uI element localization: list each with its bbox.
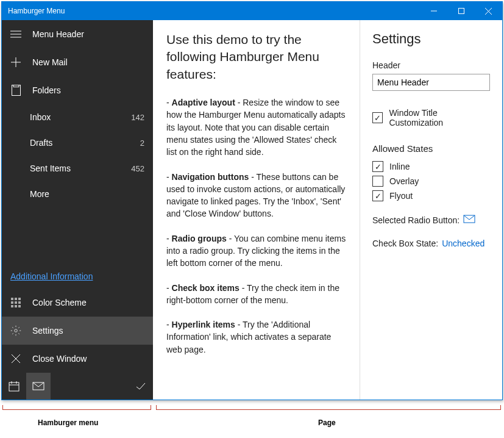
folder-more[interactable]: More (2, 181, 153, 207)
allowed-states-label: Allowed States (372, 143, 490, 154)
selected-radio-label: Selected Radio Button: (372, 215, 460, 225)
state-flyout[interactable]: ✓ Flyout (372, 190, 490, 201)
feature-hyperlink: - Hyperlink items - Try the 'Additional … (166, 318, 346, 356)
item-label: Close Window (32, 354, 144, 364)
window-title-custom-row[interactable]: ✓ Window Title Customization (372, 108, 490, 127)
check-icon (135, 382, 146, 390)
folder-count: 2 (140, 138, 144, 148)
new-mail-item[interactable]: New Mail (2, 48, 153, 76)
svg-rect-18 (15, 305, 17, 307)
diagram-label-right: Page (318, 418, 336, 427)
plus-icon (10, 57, 21, 67)
feature-radio: - Radio groups - You can combine menu it… (166, 232, 346, 270)
settings-item[interactable]: Settings (2, 317, 153, 345)
folder-drafts[interactable]: Drafts 2 (2, 130, 153, 156)
checkbox-icon: ✓ (372, 190, 383, 201)
svg-rect-16 (18, 301, 21, 304)
checkbox-label: Window Title Customization (389, 108, 490, 127)
radio-bar (2, 373, 153, 400)
folder-label: More (30, 189, 144, 199)
header-label: Header (372, 60, 490, 70)
svg-rect-23 (9, 382, 19, 391)
svg-point-20 (15, 329, 18, 332)
selected-radio-row: Selected Radio Button: (372, 215, 490, 225)
page-heading: Use this demo to try the following Hambu… (166, 31, 346, 83)
settings-panel: Settings Header ✓ Window Title Customiza… (360, 20, 502, 400)
additional-info-link[interactable]: Additional Information (2, 264, 153, 289)
menu-header-label: Menu Header (32, 29, 144, 39)
folders-label: Folders (32, 85, 144, 95)
svg-rect-14 (11, 301, 13, 304)
color-scheme-item[interactable]: Color Scheme (2, 289, 153, 317)
svg-rect-10 (13, 85, 19, 87)
item-label: Settings (32, 326, 144, 336)
gear-icon (10, 325, 21, 336)
feature-check: - Check box items - Try the check item i… (166, 282, 346, 307)
hamburger-icon (10, 30, 21, 38)
folder-inbox[interactable]: Inbox 142 (2, 104, 153, 130)
svg-rect-11 (11, 298, 13, 300)
minimize-button[interactable] (420, 2, 447, 20)
folders-item[interactable]: Folders (2, 76, 153, 104)
close-icon (10, 354, 21, 363)
mail-icon (463, 215, 475, 225)
checkbox-icon: ✓ (372, 161, 383, 172)
mail-icon (32, 382, 44, 390)
app-window: Hamburger Menu Menu Header New Mail (1, 1, 503, 400)
page-content: Use this demo to try the following Hambu… (153, 20, 360, 400)
svg-rect-1 (458, 9, 464, 14)
hamburger-menu: Menu Header New Mail Folders Inbox 142 D… (2, 20, 153, 400)
settings-title: Settings (372, 31, 490, 47)
state-overlay[interactable]: Overlay (372, 176, 490, 187)
calendar-icon (9, 381, 20, 392)
new-mail-label: New Mail (32, 57, 144, 67)
titlebar: Hamburger Menu (2, 2, 502, 20)
state-inline[interactable]: ✓ Inline (372, 161, 490, 172)
checkbox-label: Inline (389, 162, 410, 171)
svg-rect-15 (15, 301, 17, 304)
window-title: Hamburger Menu (2, 7, 420, 15)
checkbox-label: Flyout (389, 191, 413, 201)
maximize-button[interactable] (447, 2, 475, 20)
grid-icon (10, 298, 21, 307)
menu-header-item[interactable]: Menu Header (2, 20, 153, 48)
radio-calendar[interactable] (2, 373, 26, 400)
svg-rect-12 (15, 298, 17, 300)
item-label: Color Scheme (32, 298, 144, 307)
checkbox-label: Overlay (389, 176, 419, 186)
folder-count: 452 (131, 164, 144, 173)
checkbox-icon (372, 176, 383, 187)
folder-count: 142 (131, 113, 144, 122)
svg-rect-19 (18, 305, 21, 307)
feature-nav: - Navigation buttons - These buttons can… (166, 171, 346, 220)
svg-rect-17 (11, 305, 13, 307)
close-window-item[interactable]: Close Window (2, 345, 153, 373)
checkbox-state-row: Check Box State: Unchecked (372, 239, 490, 248)
feature-adaptive: - Adaptive layout - Resize the window to… (166, 96, 346, 158)
checkbox-icon: ✓ (372, 112, 383, 123)
radio-mail[interactable] (26, 373, 51, 400)
header-input[interactable] (372, 74, 490, 91)
checkbox-state-label: Check Box State: (372, 239, 438, 248)
folder-label: Sent Items (30, 163, 120, 173)
folder-label: Drafts (30, 138, 129, 148)
folder-icon (10, 85, 21, 96)
close-button[interactable] (475, 2, 502, 20)
check-item[interactable] (129, 373, 153, 400)
diagram-labels: Hamburger menu Page (1, 401, 503, 436)
diagram-label-left: Hamburger menu (38, 418, 98, 427)
folder-sent-items[interactable]: Sent Items 452 (2, 156, 153, 181)
svg-rect-13 (18, 298, 21, 300)
folder-label: Inbox (30, 112, 120, 122)
checkbox-state-value: Unchecked (442, 239, 484, 248)
